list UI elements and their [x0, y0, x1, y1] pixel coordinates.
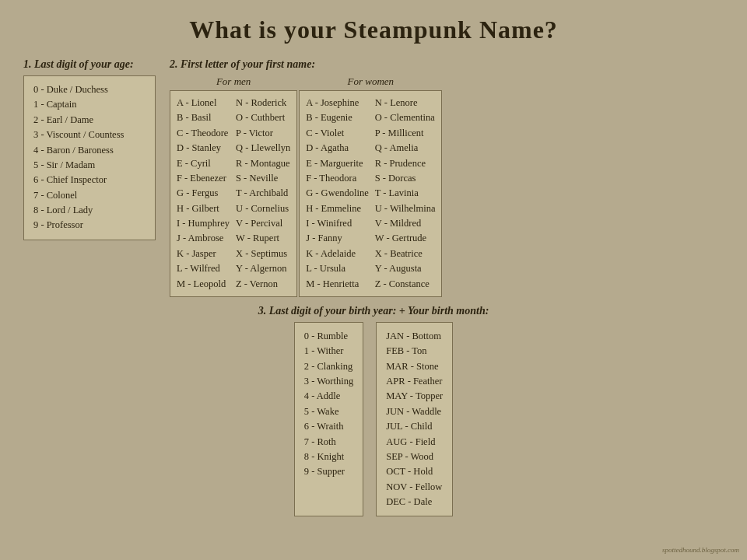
men-header: For men [170, 75, 297, 88]
list-item: N - Roderick [236, 96, 290, 110]
list-item: 8 - Lord / Lady [33, 203, 146, 218]
list-item: G - Gwendoline [306, 186, 369, 201]
list-item: 1 - Captain [33, 97, 146, 112]
list-item: C - Violet [306, 126, 369, 141]
list-item: Z - Vernon [236, 277, 290, 292]
list-item: O - Clementina [375, 110, 436, 125]
list-item: AUG - Field [386, 435, 443, 450]
list-item: 3 - Viscount / Countess [33, 128, 146, 142]
men-box: A - LionelB - BasilC - TheodoreD - Stanl… [170, 90, 297, 297]
list-item: E - Cyril [177, 156, 230, 171]
page-title: What is your Steampunk Name? [23, 16, 724, 44]
list-item: B - Eugenie [306, 110, 369, 125]
list-item: S - Neville [236, 171, 290, 186]
list-item: J - Ambrose [177, 231, 230, 246]
section3-inner: 0 - Rumble1 - Wither2 - Clanking3 - Wort… [294, 322, 453, 517]
list-item: APR - Feather [386, 374, 443, 389]
list-item: B - Basil [177, 110, 230, 125]
list-item: R - Prudence [375, 156, 436, 171]
list-item: A - Josephine [306, 96, 369, 110]
list-item: MAR - Stone [386, 359, 443, 374]
section3-months-box: JAN - BottomFEB - TonMAR - StoneAPR - Fe… [376, 322, 453, 517]
list-item: 5 - Wake [304, 404, 353, 419]
list-item: E - Marguerite [306, 156, 369, 171]
list-item: X - Septimus [236, 247, 290, 261]
list-item: T - Lavinia [375, 186, 436, 201]
men-col2: N - RoderickO - CuthbertP - VictorQ - Ll… [236, 96, 290, 292]
list-item: N - Lenore [375, 96, 436, 110]
list-item: 6 - Chief Inspector [33, 173, 146, 187]
list-item: Q - Amelia [375, 141, 436, 156]
page-container: What is your Steampunk Name? 1. Last dig… [0, 0, 747, 560]
list-item: Q - Llewellyn [236, 141, 290, 156]
list-item: S - Dorcas [375, 171, 436, 186]
watermark: spottedhound.blogspot.com [662, 546, 739, 554]
list-item: MAY - Topper [386, 389, 443, 404]
list-item: FEB - Ton [386, 344, 443, 359]
sections-top: 1. Last digit of your age: 0 - Duke / Du… [23, 58, 724, 297]
list-item: Z - Constance [375, 277, 436, 292]
list-item: W - Rupert [236, 231, 290, 246]
list-item: 7 - Colonel [33, 188, 146, 203]
list-item: F - Ebenezer [177, 171, 230, 186]
section3-digits-list: 0 - Rumble1 - Wither2 - Clanking3 - Wort… [304, 329, 353, 480]
list-item: X - Beatrice [375, 247, 436, 261]
list-item: A - Lionel [177, 96, 230, 110]
list-item: F - Theodora [306, 171, 369, 186]
list-item: D - Stanley [177, 141, 230, 156]
list-item: OCT - Hold [386, 464, 443, 479]
list-item: 2 - Clanking [304, 359, 353, 374]
list-item: I - Winifred [306, 216, 369, 231]
list-item: H - Gilbert [177, 201, 230, 216]
section2-label: 2. First letter of your first name: [170, 58, 724, 71]
list-item: 9 - Supper [304, 464, 353, 479]
women-col1: A - JosephineB - EugenieC - VioletD - Ag… [306, 96, 369, 292]
list-item: M - Leopold [177, 277, 230, 292]
list-item: W - Gertrude [375, 231, 436, 246]
list-item: K - Adelaide [306, 247, 369, 261]
list-item: 7 - Roth [304, 435, 353, 450]
list-item: 0 - Rumble [304, 329, 353, 344]
list-item: K - Jasper [177, 247, 230, 261]
men-section: For men A - LionelB - BasilC - TheodoreD… [170, 75, 297, 297]
section2-inner: For men A - LionelB - BasilC - TheodoreD… [170, 75, 724, 297]
list-item: U - Wilhelmina [375, 201, 436, 216]
list-item: 1 - Wither [304, 344, 353, 359]
list-item: I - Humphrey [177, 216, 230, 231]
men-col1: A - LionelB - BasilC - TheodoreD - Stanl… [177, 96, 230, 292]
list-item: G - Fergus [177, 186, 230, 201]
list-item: L - Wilfred [177, 261, 230, 276]
list-item: 9 - Professor [33, 218, 146, 233]
section3-label: 3. Last digit of your birth year: + Your… [258, 305, 489, 317]
section1-list: 0 - Duke / Duchess1 - Captain2 - Earl / … [33, 82, 146, 233]
women-header: For women [299, 75, 442, 88]
list-item: NOV - Fellow [386, 480, 443, 495]
list-item: 4 - Baron / Baroness [33, 143, 146, 158]
list-item: M - Henrietta [306, 277, 369, 292]
list-item: D - Agatha [306, 141, 369, 156]
list-item: 6 - Wraith [304, 419, 353, 434]
list-item: J - Fanny [306, 231, 369, 246]
list-item: JAN - Bottom [386, 329, 443, 344]
list-item: SEP - Wood [386, 450, 443, 464]
list-item: H - Emmeline [306, 201, 369, 216]
women-box: A - JosephineB - EugenieC - VioletD - Ag… [299, 90, 442, 297]
list-item: JUN - Waddle [386, 404, 443, 419]
list-item: L - Ursula [306, 261, 369, 276]
list-item: 0 - Duke / Duchess [33, 82, 146, 97]
section1-box: 0 - Duke / Duchess1 - Captain2 - Earl / … [23, 75, 156, 240]
women-two-col: A - JosephineB - EugenieC - VioletD - Ag… [306, 96, 435, 292]
list-item: V - Percival [236, 216, 290, 231]
section1-label: 1. Last digit of your age: [23, 58, 156, 71]
list-item: 8 - Knight [304, 450, 353, 464]
list-item: T - Archibald [236, 186, 290, 201]
section2-area: 2. First letter of your first name: For … [170, 58, 724, 297]
list-item: P - Millicent [375, 126, 436, 141]
list-item: 2 - Earl / Dame [33, 113, 146, 128]
list-item: 5 - Sir / Madam [33, 158, 146, 173]
section3-digits-box: 0 - Rumble1 - Wither2 - Clanking3 - Wort… [294, 322, 363, 517]
list-item: 3 - Worthing [304, 374, 353, 389]
section1-area: 1. Last digit of your age: 0 - Duke / Du… [23, 58, 156, 240]
women-section: For women A - JosephineB - EugenieC - Vi… [299, 75, 442, 297]
list-item: DEC - Dale [386, 495, 443, 509]
